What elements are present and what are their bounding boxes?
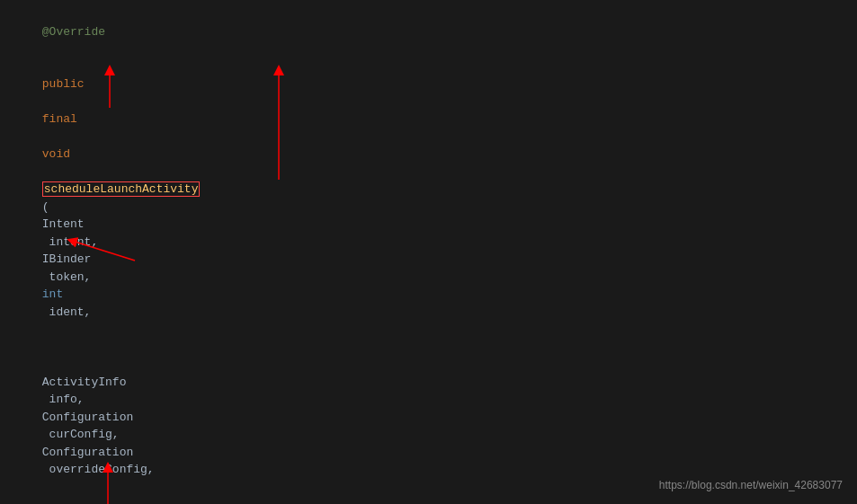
code-line-3: ActivityInfo info, Configuration curConf…: [0, 339, 857, 497]
annotation: @Override: [42, 25, 105, 39]
code-line-4: CompatibilityInfo compatInfo, String ref…: [0, 496, 857, 504]
code-line-2: public final void scheduleLaunchActivity…: [0, 58, 857, 339]
keyword-final: final: [42, 112, 77, 126]
code-line-1: @Override: [0, 5, 857, 58]
keyword-void: void: [42, 147, 70, 161]
keyword-public: public: [42, 77, 85, 91]
method-name: scheduleLaunchActivity: [44, 182, 199, 196]
watermark-text: https://blog.csdn.net/weixin_42683077: [659, 477, 843, 493]
code-editor: @Override public final void scheduleLaun…: [0, 0, 857, 504]
